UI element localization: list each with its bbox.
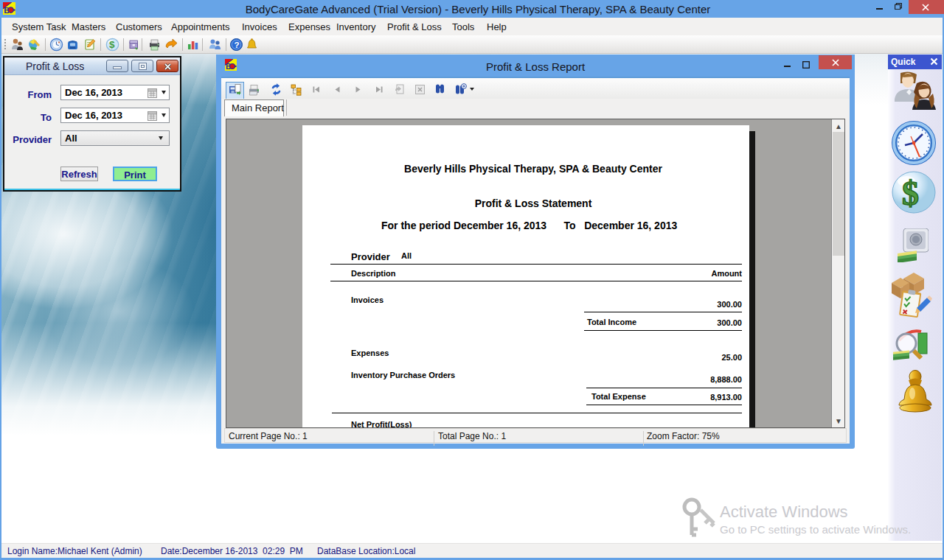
svg-text:$: $	[109, 39, 115, 50]
svg-text:$: $	[902, 175, 919, 212]
svg-text:?: ?	[234, 41, 239, 49]
